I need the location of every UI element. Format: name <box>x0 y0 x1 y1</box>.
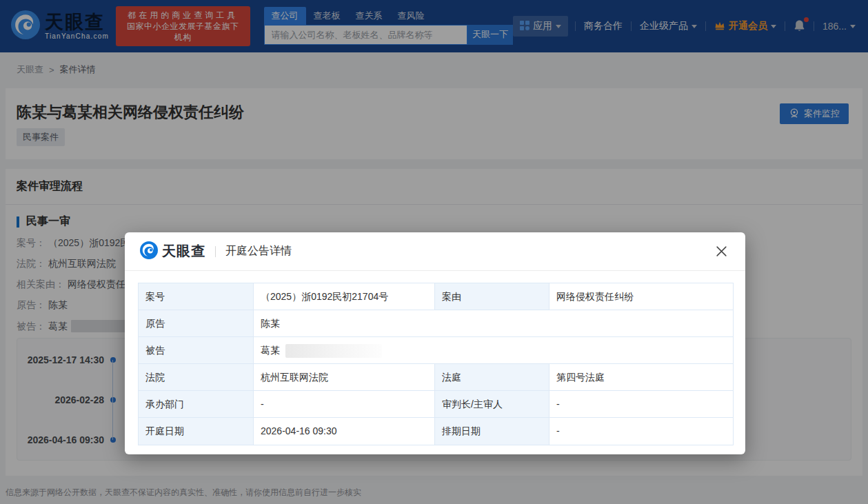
modal-header: 天眼查 开庭公告详情 <box>125 232 745 271</box>
table-value-cell: 陈某 <box>254 310 733 337</box>
table-value-cell: 第四号法庭 <box>549 364 733 391</box>
redacted-block <box>285 344 382 358</box>
close-icon[interactable] <box>713 243 730 260</box>
table-label-cell: 法院 <box>139 364 254 391</box>
table-value-cell: 杭州互联网法院 <box>254 364 435 391</box>
modal-title: 开庭公告详情 <box>225 244 292 259</box>
hearing-detail-modal: 天眼查 开庭公告详情 案号（2025）浙0192民初21704号案由网络侵权责任… <box>125 232 745 454</box>
modal-divider <box>215 246 216 257</box>
table-label-cell: 案由 <box>435 283 549 310</box>
table-label-cell: 法庭 <box>435 364 549 391</box>
table-label-cell: 被告 <box>139 337 254 364</box>
modal-brand: 天眼查 <box>162 242 205 261</box>
table-label-cell: 承办部门 <box>139 391 254 418</box>
table-label-cell: 排期日期 <box>435 418 549 445</box>
table-value-cell: 葛某 <box>254 337 733 364</box>
table-value-cell: - <box>549 391 733 418</box>
table-label-cell: 原告 <box>139 310 254 337</box>
table-label-cell: 审判长/主审人 <box>435 391 549 418</box>
table-value-cell: - <box>549 418 733 445</box>
table-value-cell: 2026-04-16 09:30 <box>254 418 435 445</box>
table-value-cell: （2025）浙0192民初21704号 <box>254 283 435 310</box>
modal-body: 案号（2025）浙0192民初21704号案由网络侵权责任纠纷原告陈某被告葛某法… <box>125 271 745 445</box>
table-value-cell: - <box>254 391 435 418</box>
table-label-cell: 案号 <box>139 283 254 310</box>
table-value-cell: 网络侵权责任纠纷 <box>549 283 733 310</box>
tianyancha-swirl-icon <box>140 241 158 262</box>
modal-table: 案号（2025）浙0192民初21704号案由网络侵权责任纠纷原告陈某被告葛某法… <box>138 283 734 445</box>
table-label-cell: 开庭日期 <box>139 418 254 445</box>
